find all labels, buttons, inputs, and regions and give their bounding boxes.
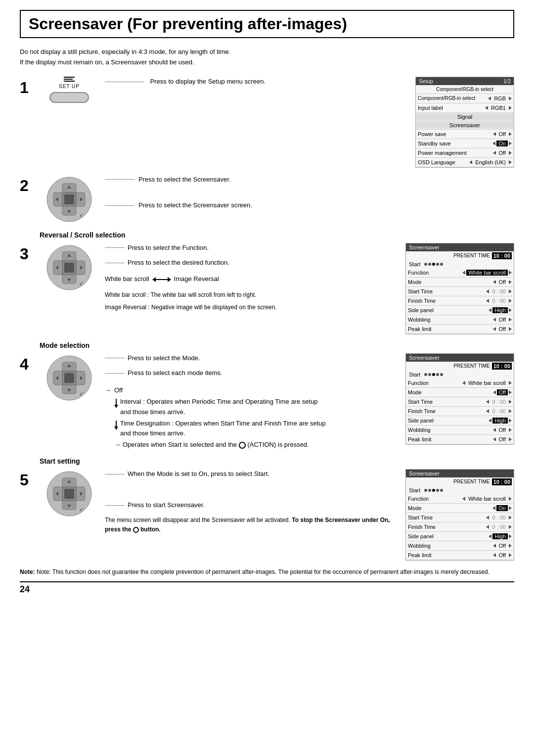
step3-note-1: White bar scroll : The white bar will sc… — [105, 290, 400, 300]
page-number: 24 — [20, 584, 514, 595]
step5-instr-1: When the Mode is set to On, press to sel… — [105, 469, 400, 479]
reversal-heading: Reversal / Scroll selection — [40, 231, 514, 239]
step-number-2: 2 — [20, 178, 35, 193]
step2-instr-1: Press to select the Screensaver. — [105, 175, 514, 185]
dpad-controller-2: ↙ — [44, 175, 94, 224]
setup-label: SET UP — [59, 84, 80, 89]
step1-instr: Press to display the Setup menu screen. — [105, 77, 409, 87]
step4-off: Off — [114, 385, 328, 396]
step2-instr-2: Press to select the Screensaver screen. — [105, 200, 514, 211]
dpad-controller-3: ↙ — [44, 243, 94, 292]
screensaver-menu-2: Screensaver PRESENT TIME 10 : 00 Start F… — [405, 353, 514, 445]
step4-instr-1: Press to select the Mode. — [105, 353, 400, 364]
note-text: Note: Note: This function does not guara… — [20, 567, 514, 576]
step4-on: Operates when Start is selected and the … — [123, 440, 309, 450]
svg-text:↙: ↙ — [79, 390, 84, 397]
start-heading: Start setting — [40, 457, 514, 465]
step3-arrow-instr: White bar scroll Image Reversal — [105, 274, 400, 284]
dpad-controller-4: ↙ — [44, 353, 94, 403]
screensaver-menu-1: Screensaver PRESENT TIME 10 : 00 Start F… — [405, 243, 514, 334]
intro-text: Do not display a still picture, especial… — [20, 47, 514, 68]
svg-rect-30 — [64, 373, 74, 383]
step3-instr-1: Press to select the Function. — [105, 243, 400, 253]
step3-instr-2: Press to select the desired function. — [105, 258, 400, 268]
screensaver-menu-3: Screensaver PRESENT TIME 10 : 00 Start F… — [405, 469, 514, 561]
svg-rect-42 — [64, 489, 74, 499]
step-number-4: 4 — [20, 356, 35, 372]
step4-instr-2: Press to select each mode items. — [105, 368, 400, 378]
step5-instr-2: Press to start Screensaver. — [105, 500, 400, 511]
svg-text:↙: ↙ — [79, 506, 84, 513]
step3-note-2: Image Reversal : Negative image will be … — [105, 303, 400, 312]
mode-heading: Mode selection — [40, 341, 514, 349]
svg-text:↙: ↙ — [79, 211, 84, 218]
svg-rect-18 — [64, 263, 74, 273]
svg-rect-6 — [64, 194, 74, 204]
step5-instr-3: The menu screen will disappear and the S… — [105, 516, 400, 534]
dpad-controller-5: ↙ — [44, 469, 94, 519]
step-number-5: 5 — [20, 472, 35, 488]
step-number-3: 3 — [20, 246, 35, 262]
svg-text:↙: ↙ — [79, 280, 84, 286]
setup-menu-panel: Setup 1/2 Component/RGB-in select Compon… — [415, 77, 514, 168]
page-title: Screensaver (For preventing after-images… — [20, 10, 514, 38]
step4-timedesig: Time Designation : Operates when Start T… — [120, 419, 328, 439]
step4-interval: Interval : Operates when Periodic Time a… — [120, 397, 328, 418]
step-number-1: 1 — [20, 80, 35, 95]
